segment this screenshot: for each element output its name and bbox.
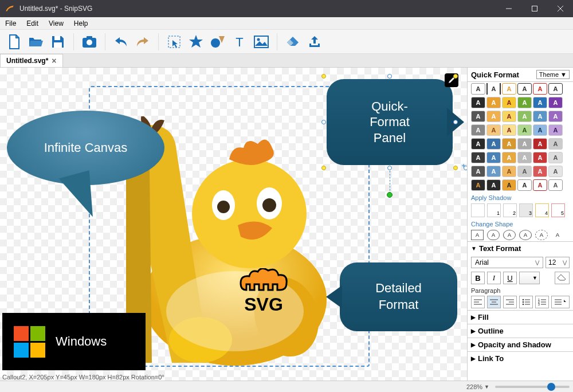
shape-rounded[interactable]: A <box>487 230 500 240</box>
font-color-button[interactable]: ▼ <box>519 272 540 284</box>
document-tab[interactable]: Untitled.svg* × <box>0 54 63 67</box>
style-swatch[interactable]: A <box>471 138 485 150</box>
rotate-handle[interactable] <box>387 192 393 198</box>
style-swatch[interactable]: A <box>502 179 516 191</box>
style-swatch[interactable]: A <box>548 97 563 108</box>
style-swatch[interactable]: A <box>533 83 547 95</box>
shapes-tool-button[interactable] <box>208 32 227 52</box>
style-swatch[interactable]: A <box>533 179 547 191</box>
shadow-option[interactable]: 4 <box>535 203 549 217</box>
theme-dropdown[interactable]: Theme▼ <box>536 70 570 79</box>
fill-section[interactable]: ▶Fill <box>468 311 573 324</box>
style-swatch[interactable]: A <box>533 152 547 163</box>
style-swatch[interactable]: A <box>502 97 516 108</box>
style-swatch[interactable]: A <box>471 124 485 136</box>
style-swatch[interactable]: A <box>517 124 532 136</box>
open-file-button[interactable] <box>26 32 46 52</box>
style-swatch[interactable]: A <box>486 152 501 163</box>
linkto-section[interactable]: ▶Link To <box>468 352 573 365</box>
align-center-button[interactable] <box>487 296 501 308</box>
menu-view[interactable]: View <box>44 18 69 29</box>
export-button[interactable] <box>305 32 324 52</box>
select-tool-button[interactable] <box>164 32 184 52</box>
style-swatch[interactable]: A <box>517 138 532 150</box>
align-left-button[interactable] <box>471 296 485 308</box>
style-swatch[interactable]: A <box>517 166 532 177</box>
style-swatch[interactable]: A <box>486 83 501 95</box>
shadow-option[interactable]: 5 <box>551 203 565 217</box>
style-swatch[interactable]: A <box>548 111 563 122</box>
style-swatch[interactable]: A <box>471 166 485 177</box>
style-swatch[interactable]: A <box>548 166 563 177</box>
bullet-list-button[interactable] <box>519 296 533 308</box>
shape-speech[interactable]: A <box>519 230 532 240</box>
clear-format-button[interactable] <box>555 272 570 284</box>
shadow-option[interactable]: 2 <box>503 203 517 217</box>
style-swatch[interactable]: A <box>548 179 563 191</box>
style-swatch[interactable]: A <box>486 166 501 177</box>
style-swatch[interactable]: A <box>517 179 532 191</box>
font-size-select[interactable]: 12⋁ <box>545 257 570 268</box>
style-swatch[interactable]: A <box>486 124 501 136</box>
edit-callout-button[interactable] <box>445 73 458 87</box>
text-format-header[interactable]: ▼Text Format <box>468 242 573 255</box>
style-swatch[interactable]: A <box>486 138 501 150</box>
shadow-option[interactable] <box>471 203 485 217</box>
style-swatch[interactable]: A <box>533 166 547 177</box>
shadow-option[interactable]: 1 <box>487 203 501 217</box>
style-swatch[interactable]: A <box>548 83 563 95</box>
menu-edit[interactable]: Edit <box>21 18 44 29</box>
menu-help[interactable]: Help <box>69 18 93 29</box>
style-swatch[interactable]: A <box>533 97 547 108</box>
style-swatch[interactable]: A <box>533 138 547 150</box>
menu-file[interactable]: File <box>0 18 21 29</box>
style-swatch[interactable]: A <box>486 111 501 122</box>
shadow-option[interactable]: 3 <box>519 203 533 217</box>
close-button[interactable] <box>547 0 573 17</box>
style-swatch[interactable]: A <box>533 124 547 136</box>
underline-button[interactable]: U <box>503 272 517 284</box>
style-swatch[interactable]: A <box>517 83 532 95</box>
save-button[interactable] <box>48 32 68 52</box>
callout-quick-format-panel[interactable]: Quick- Format Panel <box>327 79 453 165</box>
eraser-button[interactable] <box>283 32 303 52</box>
style-swatch[interactable]: A <box>471 83 485 95</box>
shape-thought[interactable]: A <box>535 230 548 240</box>
shape-none[interactable]: A <box>551 230 564 240</box>
style-swatch[interactable]: A <box>502 152 516 163</box>
new-file-button[interactable] <box>5 32 24 52</box>
style-swatch[interactable]: A <box>548 138 563 150</box>
style-swatch[interactable]: A <box>486 97 501 108</box>
zoom-level[interactable]: 228%▼ <box>466 383 489 390</box>
outline-section[interactable]: ▶Outline <box>468 324 573 338</box>
shape-rect[interactable]: A <box>471 230 484 240</box>
line-spacing-button[interactable] <box>551 296 570 308</box>
style-swatch[interactable]: A <box>533 111 547 122</box>
style-swatch[interactable]: A <box>517 152 532 163</box>
italic-button[interactable]: I <box>487 272 501 284</box>
style-swatch[interactable]: A <box>548 152 563 163</box>
tab-close-icon[interactable]: × <box>52 56 56 65</box>
style-swatch[interactable]: A <box>502 138 516 150</box>
star-tool-button[interactable] <box>186 32 206 52</box>
canvas[interactable]: SVG Infinite Canvas Quick- Format Panel <box>0 68 467 381</box>
style-swatch[interactable]: A <box>548 124 563 136</box>
shape-ellipse[interactable]: A <box>503 230 516 240</box>
style-swatch[interactable]: A <box>502 111 516 122</box>
style-swatch[interactable]: A <box>471 97 485 108</box>
style-swatch[interactable]: A <box>471 111 485 122</box>
undo-button[interactable] <box>111 32 131 52</box>
style-swatch[interactable]: A <box>471 152 485 163</box>
bold-button[interactable]: B <box>471 272 485 284</box>
image-tool-button[interactable] <box>252 32 271 52</box>
font-family-select[interactable]: Arial⋁ <box>471 257 543 268</box>
style-swatch[interactable]: A <box>517 97 532 108</box>
style-swatch[interactable]: A <box>517 111 532 122</box>
zoom-slider[interactable] <box>495 386 570 388</box>
minimize-button[interactable] <box>496 0 521 17</box>
redo-button[interactable] <box>133 32 152 52</box>
maximize-button[interactable] <box>521 0 547 17</box>
style-swatch[interactable]: A <box>502 83 516 95</box>
style-swatch[interactable]: A <box>486 179 501 191</box>
opacity-section[interactable]: ▶Opacity and Shadow <box>468 338 573 351</box>
